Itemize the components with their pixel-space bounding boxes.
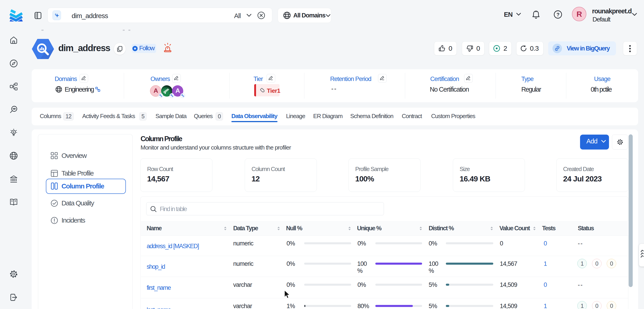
svg-text:?: ? [556, 12, 560, 18]
